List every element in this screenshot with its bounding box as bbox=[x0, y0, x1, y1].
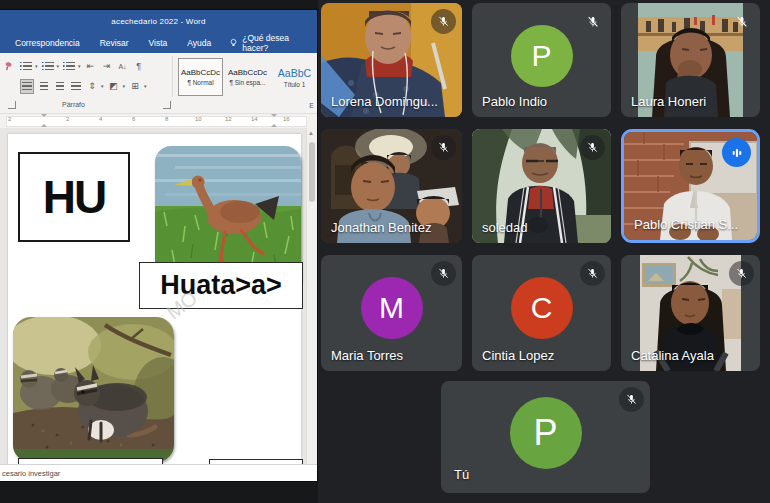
ruler-num: 10 bbox=[195, 116, 202, 122]
avatar: M bbox=[361, 277, 423, 339]
lightbulb-icon bbox=[229, 38, 238, 47]
partial-box-left bbox=[18, 458, 163, 464]
letter-card-text: HU bbox=[43, 170, 105, 224]
mic-off-icon bbox=[586, 141, 599, 154]
ribbon-tab-row: Correspondencia Revisar Vista Ayuda ¿Qué… bbox=[0, 32, 317, 53]
bullet-list-caret[interactable]: ▾ bbox=[35, 63, 38, 69]
muted-badge bbox=[431, 261, 456, 286]
avatar-initial: C bbox=[531, 291, 553, 325]
right-indent-marker[interactable] bbox=[271, 114, 278, 125]
increase-indent-icon[interactable]: ⇥ bbox=[101, 60, 113, 73]
line-spacing-icon[interactable]: ⇕ bbox=[86, 80, 98, 93]
justify-icon[interactable] bbox=[70, 80, 82, 93]
styles-group-label-cut: E bbox=[309, 102, 314, 109]
muted-badge bbox=[729, 261, 754, 286]
numbered-list-caret[interactable]: ▾ bbox=[57, 63, 60, 69]
ribbon: ▾ ▾ ▾ ▾ ⇤ ⇥ A↓ ¶ ⇕▾ ◩▾ bbox=[0, 53, 317, 100]
avatar-initial: P bbox=[531, 39, 551, 73]
style-sin-espaciado[interactable]: AaBbCcDc ¶ Sin espa... bbox=[225, 58, 270, 96]
participant-name: Pablo Indio bbox=[482, 94, 547, 109]
style-normal-name: ¶ Normal bbox=[187, 79, 213, 86]
speaking-badge bbox=[722, 138, 751, 167]
scrollbar-thumb[interactable] bbox=[309, 142, 315, 202]
bullet-list-icon[interactable] bbox=[20, 60, 32, 73]
tile-pablo-cristian[interactable]: Pablo Cristian S... bbox=[621, 129, 760, 243]
shading-icon[interactable]: ◩ bbox=[108, 80, 120, 93]
ruler-bar bbox=[6, 116, 307, 127]
participant-name: Catalina Ayala bbox=[631, 348, 714, 363]
muted-badge bbox=[580, 9, 605, 34]
scroll-up-arrow[interactable]: ▲ bbox=[308, 130, 314, 136]
word-status-bar: cesario investigar bbox=[0, 464, 317, 481]
muted-badge bbox=[580, 135, 605, 160]
avatar: P bbox=[510, 397, 582, 469]
decrease-indent-icon[interactable]: ⇤ bbox=[85, 60, 97, 73]
ruler-num: 6 bbox=[132, 116, 135, 122]
participant-name: Jonathan Benitez bbox=[331, 220, 431, 235]
align-left-icon[interactable] bbox=[20, 79, 34, 94]
indent-marker[interactable] bbox=[41, 114, 48, 125]
tile-you[interactable]: P Tú bbox=[441, 381, 650, 493]
tile-maria[interactable]: M Maria Torres bbox=[321, 255, 462, 371]
muted-badge bbox=[619, 387, 644, 412]
muted-badge bbox=[729, 9, 754, 34]
dialog-launcher-icon[interactable] bbox=[8, 101, 16, 109]
ruler-num: 2 bbox=[8, 116, 11, 122]
participant-name: Pablo Cristian S... bbox=[634, 217, 738, 232]
tile-lorena[interactable]: Lorena Domingu... bbox=[321, 3, 462, 117]
document-page[interactable]: HU bbox=[8, 134, 301, 464]
ruler-num: 8 bbox=[165, 116, 168, 122]
sort-icon[interactable]: A↓ bbox=[117, 60, 129, 73]
style-sin-espaciado-name: ¶ Sin espa... bbox=[229, 79, 265, 86]
paragraph-group: ▾ ▾ ▾ ⇤ ⇥ A↓ ¶ ⇕▾ ◩▾ ⊞▾ bbox=[20, 58, 166, 94]
borders-icon[interactable]: ⊞ bbox=[129, 80, 141, 93]
tile-laura[interactable]: Laura Honeri bbox=[621, 3, 760, 117]
style-normal[interactable]: AaBbCcDc ¶ Normal bbox=[178, 58, 223, 96]
tile-catalina[interactable]: Catalina Ayala bbox=[621, 255, 760, 371]
paragraph-dialog-launcher-icon[interactable] bbox=[163, 101, 171, 109]
participant-name: Laura Honeri bbox=[631, 94, 706, 109]
tell-me-label: ¿Qué desea hacer? bbox=[242, 33, 317, 53]
tab-ayuda[interactable]: Ayuda bbox=[177, 32, 221, 53]
mic-off-icon bbox=[625, 393, 638, 406]
horizontal-ruler: 2 2 4 6 8 10 12 14 16 bbox=[0, 114, 317, 128]
tell-me-box[interactable]: ¿Qué desea hacer? bbox=[221, 33, 317, 53]
align-center-icon[interactable] bbox=[38, 80, 50, 93]
styles-gallery: AaBbCcDc ¶ Normal AaBbCcDc ¶ Sin espa...… bbox=[178, 56, 317, 100]
tile-jonathan[interactable]: Jonathan Benitez bbox=[321, 129, 462, 243]
ruler-num: 14 bbox=[251, 116, 258, 122]
ruler-num: 2 bbox=[66, 116, 69, 122]
group-separator bbox=[172, 56, 173, 97]
tab-vista[interactable]: Vista bbox=[139, 32, 178, 53]
multilevel-list-caret[interactable]: ▾ bbox=[78, 63, 81, 69]
word-window: acechedario 2022 - Word Correspondencia … bbox=[0, 10, 317, 481]
borders-caret[interactable]: ▾ bbox=[144, 83, 147, 89]
style-normal-sample: AaBbCcDc bbox=[181, 68, 220, 77]
ruler-num: 12 bbox=[225, 116, 232, 122]
status-text: cesario investigar bbox=[2, 469, 60, 478]
clipboard-group-cut: ▾ bbox=[1, 57, 15, 104]
mic-off-icon bbox=[437, 15, 450, 28]
line-spacing-caret[interactable]: ▾ bbox=[101, 83, 104, 89]
format-painter-icon[interactable] bbox=[4, 62, 13, 71]
viscacha-illustration bbox=[13, 317, 174, 462]
tab-revisar[interactable]: Revisar bbox=[90, 32, 139, 53]
pilcrow-icon[interactable]: ¶ bbox=[133, 60, 145, 73]
numbered-list-icon[interactable] bbox=[42, 60, 54, 73]
mic-off-icon bbox=[735, 267, 748, 280]
shading-caret[interactable]: ▾ bbox=[123, 83, 126, 89]
style-titulo1-name: Título 1 bbox=[284, 81, 306, 88]
style-titulo1[interactable]: AaBbC Título 1 bbox=[272, 58, 317, 96]
tab-correspondencia[interactable]: Correspondencia bbox=[5, 32, 90, 53]
audio-bars-icon bbox=[729, 145, 745, 161]
vertical-scrollbar[interactable]: ▲ bbox=[306, 128, 317, 464]
multilevel-list-icon[interactable] bbox=[63, 60, 75, 73]
tile-soledad[interactable]: soledad bbox=[472, 129, 611, 243]
muted-badge bbox=[431, 135, 456, 160]
mic-off-icon bbox=[437, 141, 450, 154]
tile-cintia[interactable]: C Cintia Lopez bbox=[472, 255, 611, 371]
window-title: acechedario 2022 - Word bbox=[111, 17, 205, 26]
screenshare-pane: acechedario 2022 - Word Correspondencia … bbox=[0, 0, 318, 503]
align-right-icon[interactable] bbox=[54, 80, 66, 93]
tile-pablo-indio[interactable]: P Pablo Indio bbox=[472, 3, 611, 117]
